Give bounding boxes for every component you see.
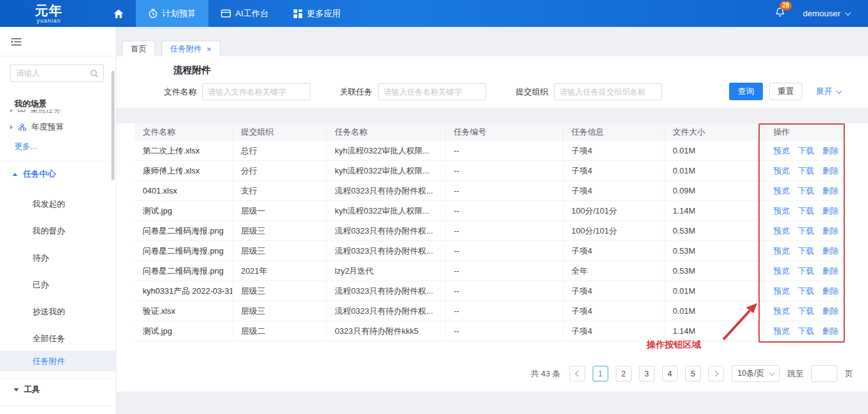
delete-link[interactable]: 删除 — [822, 226, 839, 235]
filter-label-submit-org: 提交组织 — [516, 86, 548, 98]
delete-link[interactable]: 删除 — [822, 206, 839, 215]
delete-link[interactable]: 删除 — [822, 286, 839, 296]
cell-info: 100分/101分 — [563, 221, 665, 241]
filter-input-related-task[interactable] — [378, 83, 486, 100]
filter-label-file-name: 文件名称 — [164, 86, 197, 98]
next-page-button[interactable] — [708, 366, 724, 381]
sidebar-item-2[interactable]: 我的督办 — [0, 220, 116, 241]
nav-item-planning-budget[interactable]: 计划预算 — [136, 0, 208, 27]
download-link[interactable]: 下载 — [798, 266, 814, 276]
preview-link[interactable]: 预览 — [774, 206, 790, 215]
cell-actions: 预览下载删除拒 — [765, 281, 845, 301]
sidebar-collapse-icon[interactable] — [11, 38, 21, 49]
org-chart-icon — [18, 123, 26, 131]
sidebar-item-3[interactable]: 待办 — [0, 247, 116, 268]
cell-org: 层级一 — [233, 201, 327, 221]
preview-link[interactable]: 预览 — [774, 246, 790, 256]
filter-fields: 文件名称关联任务提交组织 — [164, 83, 662, 100]
cell-task: kyh流程0322审批人权限... — [327, 141, 446, 161]
delete-link[interactable]: 删除 — [822, 306, 839, 316]
nav-item-ai-workbench[interactable]: AI工作台 — [208, 0, 281, 27]
page-button-5[interactable]: 5 — [685, 366, 701, 381]
preview-link[interactable]: 预览 — [774, 146, 790, 155]
preview-link[interactable]: 预览 — [774, 226, 790, 235]
download-link[interactable]: 下载 — [798, 146, 814, 155]
filter-group-submit-org: 提交组织 — [516, 83, 662, 100]
jump-page-input[interactable] — [811, 365, 837, 382]
expand-label: 展开 — [816, 86, 832, 97]
preview-link[interactable]: 预览 — [774, 266, 790, 276]
cell-info: 全年 — [563, 261, 665, 281]
sidebar-search-input[interactable] — [11, 69, 90, 78]
notification-bell-button[interactable]: 28 — [775, 7, 785, 20]
nav-item-more-apps[interactable]: 更多应用 — [281, 0, 353, 27]
query-button[interactable]: 查询 — [729, 83, 763, 100]
tab-close-icon[interactable]: × — [207, 44, 212, 54]
cell-no: -- — [446, 141, 563, 161]
tools-label: 工具 — [24, 384, 40, 395]
page-button-4[interactable]: 4 — [662, 366, 678, 381]
cell-actions: 预览下载删除拒 — [765, 241, 845, 261]
page-button-3[interactable]: 3 — [639, 366, 655, 381]
download-link[interactable]: 下载 — [798, 186, 814, 195]
chevron-down-icon — [769, 370, 775, 376]
delete-link[interactable]: 删除 — [822, 246, 839, 256]
download-link[interactable]: 下载 — [798, 306, 814, 316]
preview-link[interactable]: 预览 — [774, 186, 790, 195]
delete-link[interactable]: 删除 — [822, 266, 839, 276]
page-size-select[interactable]: 10条/页 — [732, 365, 780, 382]
download-link[interactable]: 下载 — [798, 246, 814, 256]
sidebar-scrollbar[interactable] — [111, 71, 115, 180]
download-link[interactable]: 下载 — [798, 286, 814, 296]
page-button-1[interactable]: 1 — [593, 366, 608, 381]
task-center-group[interactable]: 任务中心 — [13, 168, 56, 180]
cell-org: 层级三 — [233, 221, 327, 241]
user-menu[interactable]: demouser — [803, 9, 849, 18]
expand-link[interactable]: 展开 — [816, 86, 840, 97]
preview-link[interactable]: 预览 — [774, 286, 790, 296]
total-count-text: 共 43 条 — [531, 368, 561, 380]
download-link[interactable]: 下载 — [798, 166, 814, 175]
cell-file: 问卷星二维码海报.png — [135, 261, 233, 281]
download-link[interactable]: 下载 — [798, 326, 814, 336]
tab-home[interactable]: 首页 — [122, 41, 155, 56]
download-link[interactable]: 下载 — [798, 226, 814, 235]
jump-to-label: 跳至 — [787, 368, 804, 380]
sidebar-item-1[interactable]: 我发起的 — [0, 194, 116, 214]
nav-item-home[interactable] — [101, 0, 136, 27]
tools-group[interactable]: 工具 — [14, 384, 40, 395]
tab-label: 首页 — [131, 44, 146, 54]
preview-link[interactable]: 预览 — [774, 326, 790, 336]
sidebar-item-6[interactable]: 全部任务 — [0, 328, 116, 349]
delete-link[interactable]: 删除 — [822, 326, 839, 336]
cell-task: kyh流程0322审批人权限... — [327, 161, 446, 181]
reset-button[interactable]: 重置 — [769, 83, 802, 100]
home-icon — [114, 9, 123, 18]
scene-item-annual-budget[interactable]: 年度预算 — [10, 122, 64, 133]
bell-icon — [775, 9, 785, 19]
delete-link[interactable]: 删除 — [822, 186, 839, 195]
table-row: 测试.jpg层级一kyh流程0322审批人权限...--100分/101分1.1… — [135, 201, 845, 221]
filter-input-submit-org[interactable] — [554, 83, 662, 100]
filter-input-file-name[interactable] — [202, 83, 310, 100]
preview-link[interactable]: 预览 — [774, 166, 790, 175]
more-scenes-link[interactable]: 更多... — [14, 142, 36, 152]
sidebar-item-7-active[interactable]: 任务附件 — [0, 351, 116, 371]
sidebar-item-5[interactable]: 抄送我的 — [0, 301, 116, 322]
table-row: 0401.xlsx支行流程0323只有待办附件权...--子项40.09M预览下… — [135, 181, 845, 201]
sidebar-item-4[interactable]: 已办 — [0, 274, 116, 295]
cell-file: kyh0331产品 2022-03-31... — [135, 281, 233, 301]
prev-page-button[interactable] — [569, 366, 585, 381]
scene-item-key-tasks-clipped[interactable]: 重点任务 — [10, 110, 104, 116]
delete-link[interactable]: 删除 — [822, 166, 839, 175]
cell-info: 子项4 — [563, 161, 665, 181]
cell-task: lzy2月迭代 — [327, 261, 446, 281]
cell-info: 100分/101分 — [563, 201, 665, 221]
brand-logo[interactable]: 元年 yuanian — [35, 4, 63, 24]
download-link[interactable]: 下载 — [798, 206, 814, 215]
table-row: 问卷星二维码海报.png层级三流程0323只有待办附件权...--子项40.53… — [135, 241, 845, 261]
delete-link[interactable]: 删除 — [822, 146, 839, 155]
tab-task-attachments[interactable]: 任务附件 × — [161, 41, 220, 56]
page-button-2[interactable]: 2 — [616, 366, 631, 381]
preview-link[interactable]: 预览 — [774, 306, 790, 316]
